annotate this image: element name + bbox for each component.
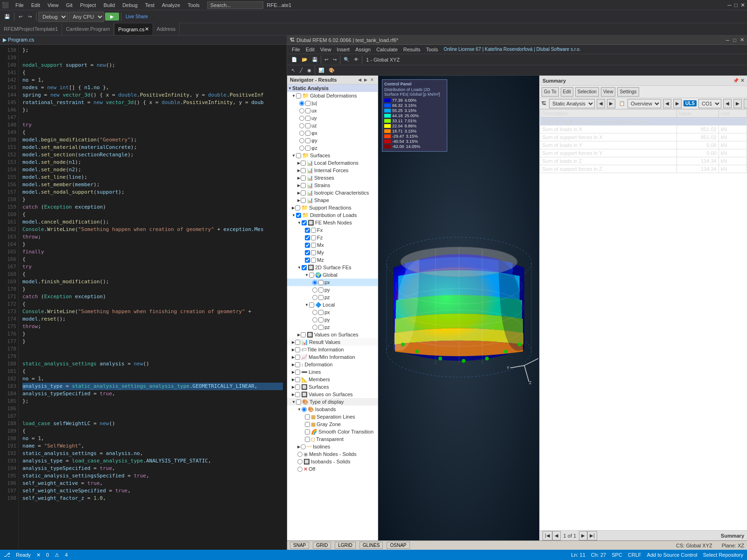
nav-fx-cb2[interactable]	[311, 228, 316, 233]
nav-py-local[interactable]: py	[287, 316, 378, 323]
nav-pz-global[interactable]: pz	[287, 294, 378, 301]
nav-shape-arrow[interactable]: ▶	[297, 198, 300, 203]
nav-global-cb[interactable]	[309, 273, 314, 278]
nav-vs2-arrow[interactable]: ▶	[292, 392, 295, 397]
nav-ux[interactable]: ux	[287, 107, 378, 114]
nav-tr-cb[interactable]	[305, 437, 310, 442]
nav-pz-l-radio[interactable]	[312, 325, 317, 330]
nav-fz-cb[interactable]	[305, 235, 310, 240]
nav-deformation[interactable]: ▶ ↕ Deformation	[287, 361, 378, 368]
nav-prev-btn[interactable]: ◀	[357, 77, 362, 82]
rfem-open-btn[interactable]: 📂	[299, 56, 310, 63]
nav-pz-g-cb[interactable]	[318, 295, 324, 300]
nav-fz[interactable]: Fz	[287, 234, 378, 241]
rfem-close-icon[interactable]: ✕	[740, 37, 744, 43]
menu-debug[interactable]: Debug	[119, 1, 141, 9]
file-tab-active[interactable]: Program.cs ✕	[114, 23, 153, 35]
filter-next-btn[interactable]: ▶	[607, 99, 615, 108]
rfem-line-btn[interactable]: ╱	[297, 66, 305, 74]
nav-isotropic[interactable]: ▶ 📊 Isotropic Characteristics	[287, 189, 378, 196]
nav-vs2-cb[interactable]	[295, 392, 300, 397]
filter-prev-btn[interactable]: ◀	[597, 99, 605, 108]
nav-static-analysis[interactable]: ▼ Static Analysis	[287, 84, 378, 92]
view-next-btn[interactable]: ▶	[673, 99, 682, 108]
rfem-zoom-btn[interactable]: 🔍	[341, 56, 352, 63]
nav-transparent[interactable]: ◻ Transparent	[287, 435, 378, 443]
nav-2dsf-arrow[interactable]: ▼	[297, 266, 301, 270]
rfem-new-btn[interactable]: 📄	[289, 56, 299, 63]
summary-view-btn[interactable]: View	[601, 87, 616, 97]
nav-def-arrow[interactable]: ▶	[292, 363, 295, 367]
nav-phiz-cb[interactable]	[305, 146, 310, 151]
nav-phix-cb[interactable]	[305, 131, 310, 136]
toolbar-undo[interactable]: ↩	[16, 13, 25, 21]
nav-stresses[interactable]: ▶ 📊 Stresses	[287, 174, 378, 182]
nav-local-deformations[interactable]: ▶ 📊 Local Deformations	[287, 159, 378, 167]
nav-femn-cb[interactable]	[302, 220, 307, 225]
rfem-display-btn[interactable]: 🎨	[326, 66, 337, 74]
rfem-undo-btn[interactable]: ↩	[322, 56, 331, 63]
rfem-menu-view[interactable]: View	[317, 46, 334, 53]
nav-ib-radio[interactable]	[302, 407, 307, 412]
nav-uy[interactable]: uy	[287, 114, 378, 122]
nav-lines-cb[interactable]	[295, 370, 300, 375]
nav-local-cb[interactable]	[309, 302, 314, 308]
nav-isolines[interactable]: ▶ 〰 Isolines	[287, 443, 378, 450]
page-first-btn[interactable]: |◀	[543, 531, 552, 540]
menu-git[interactable]: Git	[62, 1, 76, 9]
nav-mx-cb2[interactable]	[311, 243, 316, 248]
code-content[interactable]: }; nodal_support support = new(); { no =…	[19, 45, 287, 550]
close-icon[interactable]: ✕	[740, 2, 745, 8]
nav-surf-arrow[interactable]: ▼	[292, 154, 296, 158]
nav-td-arrow[interactable]: ▼	[292, 400, 296, 404]
rfem-redo-btn[interactable]: ↪	[331, 56, 339, 63]
nav-mz-cb[interactable]	[305, 258, 310, 263]
rfem-view-btn[interactable]: 👁	[352, 56, 361, 63]
nav-rv-arrow[interactable]: ▶	[292, 340, 295, 344]
nav-py-l-cb[interactable]	[318, 317, 324, 322]
nav-td-cb[interactable]	[296, 399, 301, 405]
nav-global-group[interactable]: ▼ 🌍 Global	[287, 271, 378, 279]
nav-u-abs[interactable]: |u|	[287, 99, 378, 107]
nav-py-radio[interactable]	[312, 287, 317, 293]
toolbar-redo[interactable]: ↪	[26, 13, 34, 21]
nav-strain-cb[interactable]	[301, 183, 306, 188]
nav-py-cb[interactable]	[318, 287, 324, 293]
nav-phiy-radio[interactable]	[299, 138, 304, 143]
menu-analyze[interactable]: Analyze	[158, 1, 184, 9]
nav-sl-cb[interactable]	[305, 414, 310, 420]
nav-distrib-loads[interactable]: ▼ 📁 Distribution of Loads	[287, 211, 378, 219]
menu-build[interactable]: Build	[100, 1, 119, 9]
nav-my[interactable]: My	[287, 249, 378, 256]
nav-fx-cb[interactable]	[305, 228, 310, 233]
page-prev-btn[interactable]: ◀	[552, 531, 561, 540]
nav-if-cb[interactable]	[301, 168, 306, 173]
summary-selection-btn[interactable]: Selection	[575, 87, 599, 97]
nav-ibs-radio[interactable]	[297, 459, 303, 464]
nav-mx-cb[interactable]	[305, 243, 310, 248]
nav-gd-checkbox[interactable]	[296, 93, 301, 98]
nav-uz[interactable]: uz	[287, 122, 378, 129]
export-btn[interactable]: ⬆	[744, 99, 747, 108]
rfem-menu-assign[interactable]: Assign	[352, 46, 374, 53]
nav-ld-cb[interactable]	[301, 161, 306, 166]
nav-gz-cb[interactable]	[305, 422, 310, 427]
nav-shape[interactable]: ▶ 📊 Shape	[287, 196, 378, 204]
nav-fz-cb2[interactable]	[311, 235, 316, 240]
nav-phiz[interactable]: φz	[287, 144, 378, 152]
nav-px-cb[interactable]	[318, 280, 324, 285]
glines-btn[interactable]: GLINES	[359, 542, 383, 549]
minimize-icon[interactable]: ─	[727, 2, 732, 8]
nav-pz-l-cb[interactable]	[318, 325, 324, 330]
nav-lines-arrow[interactable]: ▶	[292, 370, 295, 374]
toolbar-save[interactable]: 💾	[2, 13, 12, 21]
nav-uy-cb[interactable]	[305, 116, 310, 121]
nav-internal-forces[interactable]: ▶ 📊 Internal Forces	[287, 167, 378, 174]
rfem-select-btn[interactable]: ↖	[289, 66, 297, 74]
rfem-maximize-icon[interactable]: □	[733, 37, 736, 43]
nav-phiy-cb[interactable]	[305, 138, 310, 143]
file-tab-close[interactable]: ✕	[145, 26, 149, 32]
nav-u-abs-radio[interactable]	[299, 101, 304, 106]
nav-pz-local[interactable]: pz	[287, 323, 378, 331]
class-tab[interactable]: Cantilever.Program	[62, 23, 114, 35]
